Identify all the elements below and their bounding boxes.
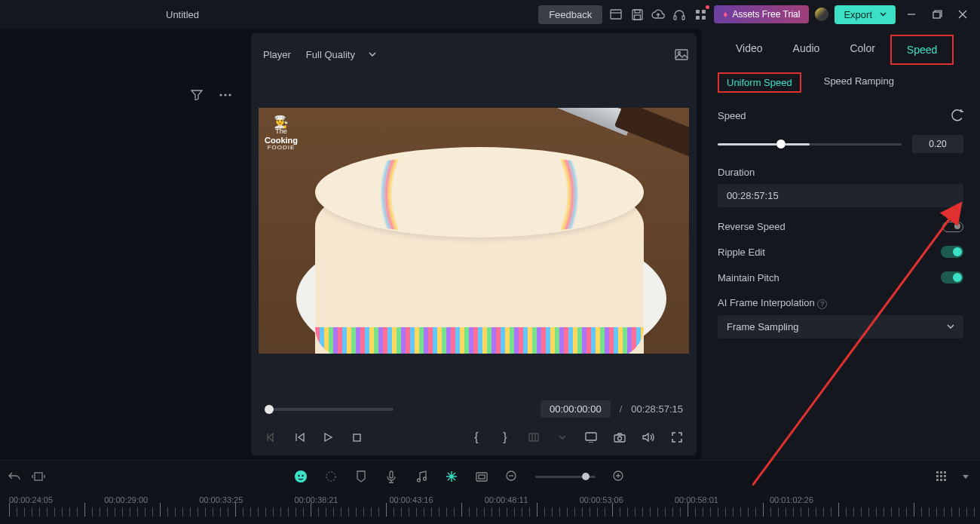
svg-rect-9	[702, 16, 706, 20]
crop-icon	[526, 430, 541, 445]
speed-value-input[interactable]: 0.20	[912, 135, 963, 153]
tab-audio[interactable]: Audio	[778, 35, 835, 65]
zoom-slider[interactable]	[535, 476, 596, 478]
display-icon[interactable]	[583, 430, 599, 445]
duration-label: Duration	[718, 167, 963, 178]
current-time-display[interactable]: 00:00:00:00	[541, 400, 611, 418]
maximize-icon[interactable]	[927, 7, 947, 22]
tab-video[interactable]: Video	[721, 35, 778, 65]
camera-icon[interactable]	[612, 430, 627, 445]
svg-point-26	[326, 472, 335, 481]
maintain-pitch-label: Maintain Pitch	[718, 272, 779, 283]
reverse-speed-toggle[interactable]	[942, 222, 963, 232]
undo-icon[interactable]	[8, 470, 21, 483]
reverse-speed-label: Reverse Speed	[718, 221, 786, 232]
tab-uniform-speed[interactable]: Uniform Speed	[718, 72, 801, 93]
fullscreen-icon[interactable]	[669, 430, 684, 445]
svg-rect-40	[936, 479, 939, 481]
theme-toggle-icon[interactable]	[815, 8, 828, 21]
play-icon[interactable]	[320, 430, 335, 445]
stop-icon[interactable]	[349, 430, 364, 445]
ai-portrait-icon[interactable]	[294, 470, 308, 483]
grid-view-icon[interactable]	[935, 470, 948, 483]
zoom-out-icon[interactable]	[505, 470, 519, 483]
svg-rect-37	[936, 475, 939, 477]
svg-point-15	[678, 51, 681, 54]
svg-point-24	[298, 475, 299, 477]
svg-rect-6	[696, 10, 700, 14]
tab-speed-ramping[interactable]: Speed Ramping	[816, 72, 902, 93]
effects-icon[interactable]	[445, 470, 458, 483]
svg-rect-7	[702, 10, 706, 14]
svg-point-23	[295, 470, 307, 483]
maintain-pitch-toggle[interactable]	[941, 271, 963, 283]
timeline-ruler[interactable]: 00:00:24:05 00:00:29:00 00:00:33:25 00:0…	[0, 492, 980, 522]
export-button[interactable]: Export	[835, 5, 896, 24]
inspector-panel: Video Audio Color Speed Uniform Speed Sp…	[701, 29, 980, 460]
clip-box-icon[interactable]	[32, 470, 45, 483]
svg-rect-20	[614, 435, 625, 442]
ai-frame-label: AI Frame Interpolation ?	[718, 297, 827, 309]
svg-point-11	[219, 93, 222, 96]
svg-rect-36	[944, 471, 946, 473]
feedback-button[interactable]: Feedback	[538, 5, 602, 24]
svg-rect-2	[635, 10, 640, 13]
svg-rect-3	[634, 15, 640, 20]
minimize-icon[interactable]	[902, 7, 921, 22]
tab-speed[interactable]: Speed	[890, 35, 954, 65]
assets-trial-button[interactable]: ♦Assets Free Trial	[714, 5, 809, 23]
prev-frame-icon	[263, 430, 278, 445]
svg-point-29	[424, 477, 427, 480]
svg-rect-22	[35, 473, 42, 480]
timeline: 00:00:24:05 00:00:29:00 00:00:33:25 00:0…	[0, 460, 980, 524]
headphones-icon[interactable]	[672, 7, 687, 22]
playback-progress-slider[interactable]	[265, 408, 394, 411]
svg-rect-19	[586, 433, 596, 440]
snapshot-icon[interactable]	[674, 47, 689, 62]
more-icon[interactable]	[218, 87, 233, 103]
svg-point-28	[418, 479, 421, 482]
svg-rect-8	[696, 16, 700, 20]
marker-icon[interactable]	[354, 470, 368, 483]
adjust-icon[interactable]	[324, 470, 338, 483]
filter-icon[interactable]	[189, 87, 204, 103]
media-panel	[0, 29, 247, 460]
apps-icon[interactable]	[693, 7, 708, 22]
svg-point-21	[618, 437, 622, 440]
gem-icon: ♦	[723, 9, 727, 20]
ripple-edit-toggle[interactable]	[941, 246, 963, 258]
dropdown-icon[interactable]	[959, 470, 972, 483]
quality-selector[interactable]: Full Quality	[300, 46, 382, 63]
compare-chevron-icon	[555, 430, 570, 445]
mark-out-icon[interactable]: }	[498, 430, 513, 445]
svg-rect-17	[354, 434, 360, 441]
volume-icon[interactable]	[641, 430, 656, 445]
crop-tool-icon[interactable]	[475, 470, 488, 483]
svg-rect-34	[936, 471, 939, 473]
svg-point-12	[224, 93, 226, 96]
reset-speed-icon[interactable]	[951, 109, 963, 121]
close-icon[interactable]	[953, 7, 972, 22]
total-time-display: 00:28:57:15	[631, 403, 683, 415]
music-icon[interactable]	[415, 470, 428, 483]
speed-slider[interactable]	[718, 143, 902, 146]
step-back-icon[interactable]	[292, 430, 307, 445]
zoom-in-icon[interactable]	[612, 470, 626, 483]
mic-icon[interactable]	[384, 470, 398, 483]
svg-point-25	[302, 475, 303, 477]
help-icon[interactable]: ?	[817, 299, 827, 309]
svg-rect-35	[940, 471, 942, 473]
player-label: Player	[263, 49, 291, 60]
tab-color[interactable]: Color	[835, 35, 890, 65]
video-watermark: 👨‍🍳 The Cooking FOODIE	[265, 115, 298, 152]
svg-rect-10	[933, 12, 940, 18]
aspect-ratio-icon[interactable]	[608, 7, 623, 22]
chevron-down-icon	[880, 12, 887, 17]
video-preview[interactable]: 👨‍🍳 The Cooking FOODIE	[259, 71, 689, 390]
ai-frame-select[interactable]: Frame Sampling	[718, 315, 963, 339]
mark-in-icon[interactable]: {	[469, 430, 484, 445]
project-title: Untitled	[166, 9, 199, 20]
cloud-icon[interactable]	[651, 7, 666, 22]
save-icon[interactable]	[629, 7, 645, 22]
duration-input[interactable]	[718, 184, 963, 207]
